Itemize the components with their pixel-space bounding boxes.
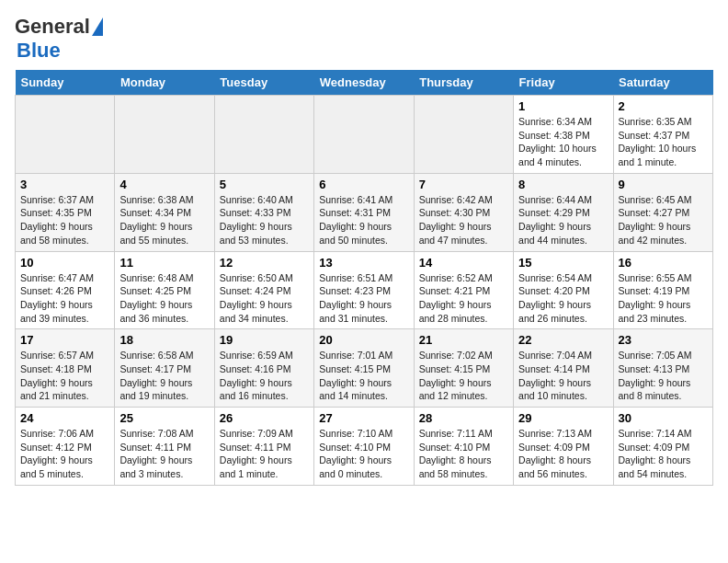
calendar-cell-5-2: 25Sunrise: 7:08 AMSunset: 4:11 PMDayligh… [115, 408, 214, 486]
day-info: Sunrise: 6:35 AMSunset: 4:37 PMDaylight:… [619, 115, 708, 169]
day-info: Sunrise: 6:38 AMSunset: 4:34 PMDaylight:… [119, 193, 209, 247]
day-number: 9 [619, 178, 708, 191]
day-info: Sunrise: 7:05 AMSunset: 4:13 PMDaylight:… [619, 349, 708, 403]
calendar-cell-2-5: 7Sunrise: 6:42 AMSunset: 4:30 PMDaylight… [414, 173, 513, 251]
day-info: Sunrise: 7:11 AMSunset: 4:10 PMDaylight:… [419, 427, 508, 481]
calendar-table: SundayMondayTuesdayWednesdayThursdayFrid… [15, 70, 713, 486]
day-number: 1 [518, 99, 608, 113]
day-number: 11 [119, 256, 209, 270]
calendar-cell-4-4: 20Sunrise: 7:01 AMSunset: 4:15 PMDayligh… [314, 329, 414, 408]
day-info: Sunrise: 6:40 AMSunset: 4:33 PMDaylight:… [220, 193, 309, 247]
day-info: Sunrise: 7:09 AMSunset: 4:11 PMDaylight:… [220, 427, 309, 481]
calendar-cell-5-7: 30Sunrise: 7:14 AMSunset: 4:09 PMDayligh… [613, 408, 712, 486]
day-number: 7 [419, 178, 508, 191]
logo: General Blue [15, 15, 103, 63]
day-info: Sunrise: 6:45 AMSunset: 4:27 PMDaylight:… [619, 193, 708, 247]
day-number: 29 [518, 411, 608, 425]
day-info: Sunrise: 6:44 AMSunset: 4:29 PMDaylight:… [518, 193, 608, 247]
calendar-cell-4-7: 23Sunrise: 7:05 AMSunset: 4:13 PMDayligh… [613, 329, 712, 408]
weekday-header-monday: Monday [115, 70, 214, 96]
calendar-cell-3-3: 12Sunrise: 6:50 AMSunset: 4:24 PMDayligh… [214, 251, 313, 329]
day-number: 30 [619, 411, 708, 425]
calendar-cell-5-1: 24Sunrise: 7:06 AMSunset: 4:12 PMDayligh… [16, 408, 115, 486]
weekday-header-wednesday: Wednesday [314, 70, 414, 96]
week-row-1: 1Sunrise: 6:34 AMSunset: 4:38 PMDaylight… [16, 96, 713, 174]
calendar-cell-3-5: 14Sunrise: 6:52 AMSunset: 4:21 PMDayligh… [414, 251, 513, 329]
calendar-cell-1-4 [314, 96, 414, 174]
day-number: 13 [319, 256, 408, 270]
day-number: 18 [119, 333, 209, 347]
day-number: 4 [119, 178, 209, 191]
day-number: 3 [20, 178, 109, 191]
calendar-cell-2-7: 9Sunrise: 6:45 AMSunset: 4:27 PMDaylight… [613, 173, 712, 251]
day-number: 17 [20, 333, 109, 347]
day-info: Sunrise: 6:37 AMSunset: 4:35 PMDaylight:… [20, 193, 109, 247]
day-number: 21 [419, 333, 508, 347]
day-info: Sunrise: 6:41 AMSunset: 4:31 PMDaylight:… [319, 193, 408, 247]
calendar-cell-3-7: 16Sunrise: 6:55 AMSunset: 4:19 PMDayligh… [613, 251, 712, 329]
day-info: Sunrise: 6:58 AMSunset: 4:17 PMDaylight:… [119, 349, 209, 403]
day-info: Sunrise: 7:08 AMSunset: 4:11 PMDaylight:… [119, 427, 209, 481]
day-number: 25 [119, 411, 209, 425]
day-info: Sunrise: 7:01 AMSunset: 4:15 PMDaylight:… [319, 349, 408, 403]
day-info: Sunrise: 6:55 AMSunset: 4:19 PMDaylight:… [619, 271, 708, 326]
day-info: Sunrise: 7:10 AMSunset: 4:10 PMDaylight:… [319, 427, 408, 481]
calendar-cell-4-1: 17Sunrise: 6:57 AMSunset: 4:18 PMDayligh… [16, 329, 115, 408]
day-number: 12 [220, 256, 309, 270]
calendar-cell-2-1: 3Sunrise: 6:37 AMSunset: 4:35 PMDaylight… [16, 173, 115, 251]
day-number: 19 [220, 333, 309, 347]
day-info: Sunrise: 6:52 AMSunset: 4:21 PMDaylight:… [419, 271, 508, 326]
weekday-header-friday: Friday [514, 70, 613, 96]
day-number: 24 [20, 411, 109, 425]
calendar-cell-1-2 [115, 96, 214, 174]
calendar-cell-5-3: 26Sunrise: 7:09 AMSunset: 4:11 PMDayligh… [214, 408, 313, 486]
day-number: 10 [20, 256, 109, 270]
day-number: 27 [319, 411, 408, 425]
weekday-header-thursday: Thursday [414, 70, 513, 96]
day-info: Sunrise: 7:02 AMSunset: 4:15 PMDaylight:… [419, 349, 508, 403]
day-info: Sunrise: 7:13 AMSunset: 4:09 PMDaylight:… [518, 427, 608, 481]
calendar-cell-1-6: 1Sunrise: 6:34 AMSunset: 4:38 PMDaylight… [514, 96, 613, 174]
calendar-body: 1Sunrise: 6:34 AMSunset: 4:38 PMDaylight… [16, 96, 713, 486]
day-info: Sunrise: 6:51 AMSunset: 4:23 PMDaylight:… [319, 271, 408, 326]
day-number: 15 [518, 256, 608, 270]
logo-blue-text: Blue [17, 39, 61, 63]
calendar-cell-2-2: 4Sunrise: 6:38 AMSunset: 4:34 PMDaylight… [115, 173, 214, 251]
day-number: 2 [619, 99, 708, 113]
day-info: Sunrise: 6:57 AMSunset: 4:18 PMDaylight:… [20, 349, 109, 403]
day-info: Sunrise: 7:04 AMSunset: 4:14 PMDaylight:… [518, 349, 608, 403]
day-number: 5 [220, 178, 309, 191]
calendar-cell-3-2: 11Sunrise: 6:48 AMSunset: 4:25 PMDayligh… [115, 251, 214, 329]
calendar-cell-4-6: 22Sunrise: 7:04 AMSunset: 4:14 PMDayligh… [514, 329, 613, 408]
weekday-header-sunday: Sunday [16, 70, 115, 96]
calendar-cell-4-5: 21Sunrise: 7:02 AMSunset: 4:15 PMDayligh… [414, 329, 513, 408]
calendar-cell-2-3: 5Sunrise: 6:40 AMSunset: 4:33 PMDaylight… [214, 173, 313, 251]
day-info: Sunrise: 6:48 AMSunset: 4:25 PMDaylight:… [119, 271, 209, 326]
week-row-5: 24Sunrise: 7:06 AMSunset: 4:12 PMDayligh… [16, 408, 713, 486]
day-info: Sunrise: 7:06 AMSunset: 4:12 PMDaylight:… [20, 427, 109, 481]
calendar-cell-1-3 [214, 96, 313, 174]
calendar-cell-4-3: 19Sunrise: 6:59 AMSunset: 4:16 PMDayligh… [214, 329, 313, 408]
calendar-cell-5-6: 29Sunrise: 7:13 AMSunset: 4:09 PMDayligh… [514, 408, 613, 486]
calendar-cell-2-6: 8Sunrise: 6:44 AMSunset: 4:29 PMDaylight… [514, 173, 613, 251]
calendar-cell-3-6: 15Sunrise: 6:54 AMSunset: 4:20 PMDayligh… [514, 251, 613, 329]
weekday-header-saturday: Saturday [613, 70, 712, 96]
day-number: 6 [319, 178, 408, 191]
calendar-cell-3-4: 13Sunrise: 6:51 AMSunset: 4:23 PMDayligh… [314, 251, 414, 329]
day-number: 14 [419, 256, 508, 270]
calendar-cell-3-1: 10Sunrise: 6:47 AMSunset: 4:26 PMDayligh… [16, 251, 115, 329]
week-row-2: 3Sunrise: 6:37 AMSunset: 4:35 PMDaylight… [16, 173, 713, 251]
day-number: 16 [619, 256, 708, 270]
day-number: 26 [220, 411, 309, 425]
calendar-cell-1-7: 2Sunrise: 6:35 AMSunset: 4:37 PMDaylight… [613, 96, 712, 174]
weekday-header-tuesday: Tuesday [214, 70, 313, 96]
day-info: Sunrise: 6:47 AMSunset: 4:26 PMDaylight:… [20, 271, 109, 326]
calendar-cell-4-2: 18Sunrise: 6:58 AMSunset: 4:17 PMDayligh… [115, 329, 214, 408]
calendar-cell-5-4: 27Sunrise: 7:10 AMSunset: 4:10 PMDayligh… [314, 408, 414, 486]
day-info: Sunrise: 6:59 AMSunset: 4:16 PMDaylight:… [220, 349, 309, 403]
day-info: Sunrise: 6:54 AMSunset: 4:20 PMDaylight:… [518, 271, 608, 326]
week-row-3: 10Sunrise: 6:47 AMSunset: 4:26 PMDayligh… [16, 251, 713, 329]
day-number: 8 [518, 178, 608, 191]
calendar-cell-1-5 [414, 96, 513, 174]
day-number: 22 [518, 333, 608, 347]
